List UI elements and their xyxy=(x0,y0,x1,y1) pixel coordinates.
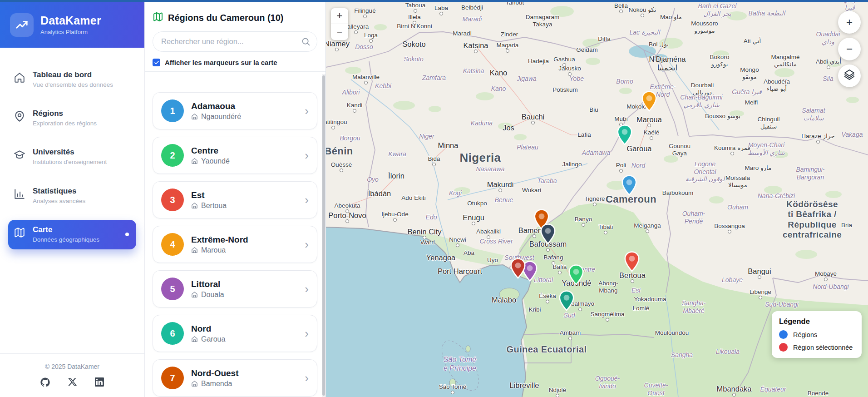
search-input[interactable] xyxy=(153,31,317,52)
linkedin-icon[interactable] xyxy=(95,377,104,387)
home-icon xyxy=(191,380,198,387)
sidebar-item-carte[interactable]: CarteDonnées géographiques xyxy=(8,220,136,249)
chevron-right-icon: › xyxy=(305,194,309,206)
sidebar: DataKamer Analytics Platform Tableau de … xyxy=(0,0,145,397)
active-indicator-dot xyxy=(125,233,129,236)
sidebar-footer: © 2025 DataKamer xyxy=(0,353,144,397)
layers-icon xyxy=(844,69,855,83)
region-capital: Ngaoundéré xyxy=(201,113,241,121)
region-number-badge: 1 xyxy=(161,99,184,122)
nav-item-label: Statistiques xyxy=(33,187,76,195)
chevron-right-icon: › xyxy=(305,283,309,295)
region-card-centre[interactable]: 2CentreYaoundé› xyxy=(153,137,317,174)
legend-item: Régions xyxy=(779,330,854,339)
checkbox-checked[interactable] xyxy=(153,59,160,66)
region-marker-adamaoua[interactable] xyxy=(621,175,637,196)
legend-label: Régions xyxy=(793,331,817,338)
top-loading-bar xyxy=(0,0,868,2)
zoom-out-button[interactable]: − xyxy=(331,24,348,40)
show-markers-toggle[interactable]: Afficher les marqueurs sur la carte xyxy=(153,59,317,66)
chevron-right-icon: › xyxy=(305,238,309,250)
region-marker-nord[interactable] xyxy=(617,124,632,145)
panel-title-row: Régions du Cameroun (10) xyxy=(153,11,317,25)
sidebar-item-r-gions[interactable]: RégionsExploration des régions xyxy=(8,104,136,133)
chevron-right-icon: › xyxy=(305,105,309,117)
map-icon xyxy=(14,227,25,240)
panel-title: Régions du Cameroun (10) xyxy=(168,13,283,23)
region-marker-ouest[interactable] xyxy=(540,223,556,244)
region-marker-extreme-nord[interactable] xyxy=(641,91,657,112)
layers-button[interactable] xyxy=(838,65,861,87)
social-links xyxy=(0,377,144,387)
legend-dot xyxy=(779,343,788,352)
sidebar-item-tableau-de-bord[interactable]: Tableau de bordVue d'ensemble des donnée… xyxy=(8,65,136,94)
legend-item: Région sélectionnée xyxy=(779,343,854,352)
nav-item-label: Tableau de bord xyxy=(33,70,92,79)
map-zoom-out-button[interactable]: − xyxy=(838,38,861,60)
region-card-nord-ouest[interactable]: 7Nord-OuestBamenda› xyxy=(153,359,317,397)
region-name: Adamaoua xyxy=(191,101,241,111)
regions-panel: Régions du Cameroun (10) Afficher les ma… xyxy=(144,2,326,397)
region-capital: Yaoundé xyxy=(201,157,230,165)
region-marker-sud-ouest[interactable] xyxy=(510,258,526,279)
region-capital: Maroua xyxy=(201,246,226,254)
github-icon[interactable] xyxy=(40,377,50,387)
map-pin-icon xyxy=(14,110,25,124)
region-name: Extrême-Nord xyxy=(191,235,248,245)
sidebar-nav: Tableau de bordVue d'ensemble des donnée… xyxy=(0,48,144,353)
map-canvas[interactable]: TahouaLabaBelbédjiTanoutBellaFilinguéIll… xyxy=(326,0,868,397)
region-card-adamaoua[interactable]: 1AdamaouaNgaoundéré› xyxy=(153,92,317,129)
region-marker-sud[interactable] xyxy=(559,290,574,311)
brand-header: DataKamer Analytics Platform xyxy=(0,2,144,48)
region-marker-centre[interactable] xyxy=(568,264,584,285)
trending-up-icon xyxy=(10,13,34,37)
region-capital: Bamenda xyxy=(201,380,232,388)
app-title: DataKamer xyxy=(40,15,101,27)
zoom-in-button[interactable]: + xyxy=(331,8,348,24)
x-icon[interactable] xyxy=(68,377,77,387)
region-number-badge: 7 xyxy=(161,367,184,389)
region-number-badge: 5 xyxy=(161,278,184,300)
region-capital: Bertoua xyxy=(201,202,227,210)
home-icon xyxy=(191,113,198,120)
map-zoom-in-button[interactable]: + xyxy=(838,11,861,34)
nav-item-sublabel: Analyses avancées xyxy=(33,197,85,205)
home-icon xyxy=(191,158,198,164)
region-card-nord[interactable]: 6NordGaroua› xyxy=(153,315,317,352)
region-name: Nord-Ouest xyxy=(191,368,239,378)
region-card-littoral[interactable]: 5LittoralDouala› xyxy=(153,270,317,308)
region-number-badge: 2 xyxy=(161,144,184,167)
legend-title: Légende xyxy=(779,317,854,326)
home-icon xyxy=(191,291,198,298)
nav-item-sublabel: Exploration des régions xyxy=(33,119,97,128)
nav-item-label: Régions xyxy=(33,109,63,118)
app-subtitle: Analytics Platform xyxy=(40,29,101,35)
home-icon xyxy=(191,247,198,253)
checkbox-label: Afficher les marqueurs sur la carte xyxy=(165,59,277,66)
sidebar-item-statistiques[interactable]: StatistiquesAnalyses avancées xyxy=(8,181,136,211)
copyright: © 2025 DataKamer xyxy=(0,363,144,370)
map-icon xyxy=(153,11,163,25)
nav-item-label: Carte xyxy=(33,225,52,234)
chevron-right-icon: › xyxy=(305,149,309,161)
region-number-badge: 4 xyxy=(161,233,184,256)
region-marker-est[interactable] xyxy=(624,251,640,272)
region-number-badge: 3 xyxy=(161,189,184,211)
region-card-extr-me-nord[interactable]: 4Extrême-NordMaroua› xyxy=(153,226,317,263)
region-name: Centre xyxy=(191,146,230,156)
panel-scrollbar[interactable] xyxy=(322,74,326,397)
chevron-right-icon: › xyxy=(305,372,309,384)
scrollbar-thumb[interactable] xyxy=(322,75,325,396)
chevron-right-icon: › xyxy=(305,328,309,339)
nav-item-sublabel: Données géographiques xyxy=(33,236,99,244)
region-capital: Douala xyxy=(201,291,224,299)
regions-panel-header: Régions du Cameroun (10) Afficher les ma… xyxy=(144,2,326,72)
home-icon xyxy=(191,336,198,342)
region-card-est[interactable]: 3EstBertoua› xyxy=(153,181,317,218)
nav-item-label: Universités xyxy=(33,148,74,156)
region-list: 1AdamaouaNgaoundéré›2CentreYaoundé›3EstB… xyxy=(144,74,322,397)
region-name: Littoral xyxy=(191,279,224,289)
home-icon xyxy=(191,202,198,209)
sidebar-item-universit-s[interactable]: UniversitésInstitutions d'enseignement xyxy=(8,142,136,172)
region-name: Nord xyxy=(191,324,225,334)
